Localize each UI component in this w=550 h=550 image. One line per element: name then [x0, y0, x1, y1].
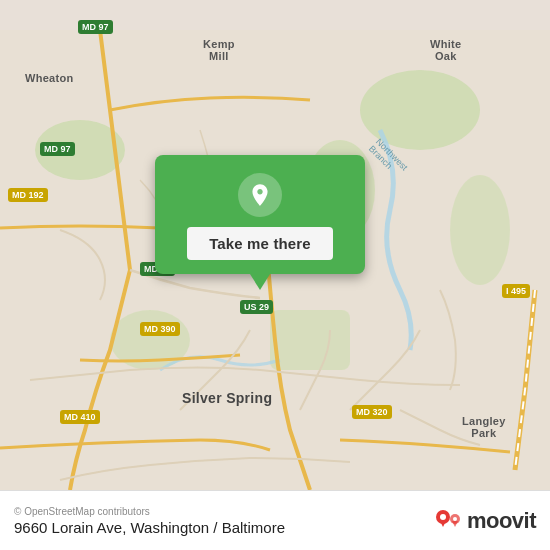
map-container: Wheaton KempMill WhiteOak Silver Spring … [0, 0, 550, 550]
bottom-bar: © OpenStreetMap contributors 9660 Lorain… [0, 490, 550, 550]
city-label-whiteoak: WhiteOak [430, 38, 461, 62]
city-label-langleypark: LangleyPark [462, 415, 506, 439]
svg-point-4 [450, 175, 510, 285]
moovit-pin-icon [433, 505, 465, 537]
take-me-there-button[interactable]: Take me there [187, 227, 333, 260]
popup-card: Take me there [155, 155, 365, 274]
location-pin-icon [247, 182, 273, 208]
road-badge-md320: MD 320 [352, 405, 392, 419]
address-label: 9660 Lorain Ave, Washington / Baltimore [14, 519, 285, 536]
map-background [0, 0, 550, 550]
city-label-silverspring: Silver Spring [182, 390, 272, 406]
moovit-logo: moovit [433, 505, 536, 537]
road-badge-us29: US 29 [240, 300, 273, 314]
pin-icon-circle [238, 173, 282, 217]
bottom-left-info: © OpenStreetMap contributors 9660 Lorain… [14, 506, 285, 536]
svg-rect-5 [270, 310, 350, 370]
road-badge-md97-1: MD 97 [78, 20, 113, 34]
road-badge-i495: I 495 [502, 284, 530, 298]
road-badge-md192: MD 192 [8, 188, 48, 202]
city-label-wheaton: Wheaton [25, 72, 74, 84]
city-label-kempmilll: KempMill [203, 38, 235, 62]
map-attribution: © OpenStreetMap contributors [14, 506, 285, 517]
moovit-text: moovit [467, 508, 536, 534]
svg-marker-11 [452, 521, 458, 527]
road-badge-md410: MD 410 [60, 410, 100, 424]
road-badge-md390: MD 390 [140, 322, 180, 336]
svg-point-12 [453, 517, 457, 521]
road-badge-md97-2: MD 97 [40, 142, 75, 156]
svg-point-9 [440, 514, 446, 520]
